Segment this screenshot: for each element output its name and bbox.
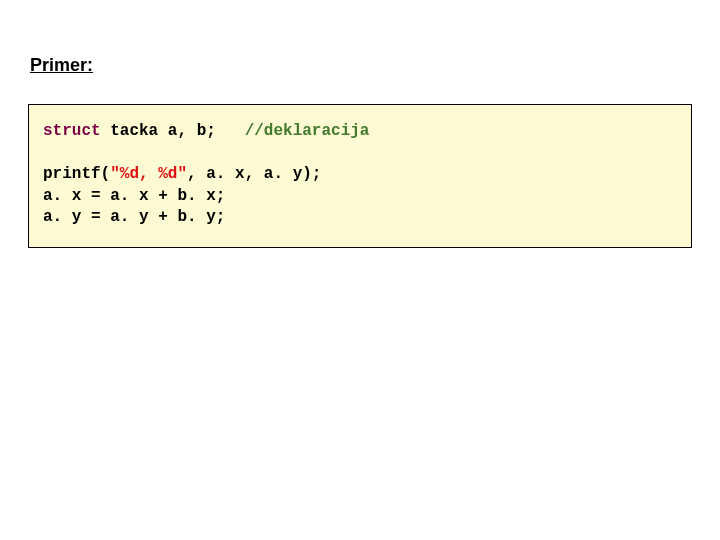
code-blank-line: [43, 143, 677, 165]
code-string: "%d, %d": [110, 165, 187, 183]
code-line: printf("%d, %d", a. x, a. y);: [43, 164, 677, 186]
code-text: , a. x, a. y);: [187, 165, 321, 183]
code-line: a. y = a. y + b. y;: [43, 207, 677, 229]
page: Primer: struct tacka a, b; //deklaracija…: [0, 0, 720, 248]
section-heading: Primer:: [30, 55, 692, 76]
code-comment: //deklaracija: [245, 122, 370, 140]
code-block: struct tacka a, b; //deklaracija printf(…: [28, 104, 692, 248]
code-text: tacka a, b;: [101, 122, 245, 140]
code-text: printf(: [43, 165, 110, 183]
code-line: struct tacka a, b; //deklaracija: [43, 121, 677, 143]
code-line: a. x = a. x + b. x;: [43, 186, 677, 208]
code-keyword: struct: [43, 122, 101, 140]
